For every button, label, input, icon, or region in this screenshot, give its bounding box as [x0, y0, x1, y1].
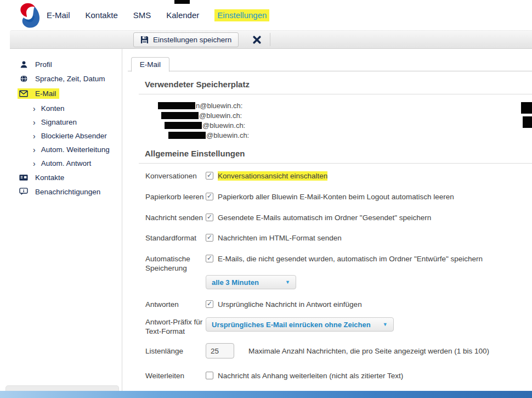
nav-kalender[interactable]: Kalender [166, 10, 199, 20]
checkbox[interactable] [206, 372, 213, 379]
checkbox-label[interactable]: Gesendete E-Mails automatisch im Ordner … [218, 213, 431, 222]
account-address: @bluewin.ch: [199, 111, 242, 120]
setting-label: Antwort-Präfix für Text-Format [145, 317, 206, 336]
dropdown-value: Ursprüngliches E-Mail einrücken ohne Zei… [212, 320, 371, 329]
storage-section-title: Verwendeter Speicherplatz [139, 80, 532, 89]
list-length-note: Maximale Anzahl Nachrichten, die pro Sei… [248, 346, 489, 356]
section-divider [139, 94, 532, 94]
list-length-input[interactable] [206, 343, 234, 358]
chevron-right-icon: › [33, 147, 36, 153]
nav-kontakte[interactable]: Kontakte [86, 10, 118, 20]
sidebar-item-signaturen[interactable]: › Signaturen [0, 115, 122, 129]
setting-label: Antworten [145, 300, 206, 309]
nav-sms[interactable]: SMS [133, 10, 151, 20]
account-address: @bluewin.ch: [202, 121, 245, 130]
sidebar-item-label: Blockierte Absender [41, 132, 107, 140]
setting-label: Weiterleiten [145, 371, 206, 380]
settings-content: E-Mail Verwendeter Speicherplatz n@bluew… [122, 48, 532, 398]
nav-einstellungen[interactable]: Einstellungen [214, 9, 269, 21]
checkbox[interactable] [206, 234, 213, 242]
autosave-interval-dropdown[interactable]: alle 3 Minuten ▼ [206, 275, 296, 289]
main-nav: E-Mail Kontakte SMS Kalender Einstellung… [47, 9, 269, 21]
section-divider [139, 163, 532, 164]
checkbox[interactable] [206, 300, 213, 308]
checkbox-label[interactable]: Nachricht als Anhang weiterleiten (nicht… [218, 371, 403, 380]
storage-account-row: @bluewin.ch: [142, 110, 532, 120]
chevron-down-icon: ▼ [285, 278, 290, 287]
close-button[interactable] [252, 35, 262, 44]
setting-row-nachricht-senden: Nachricht senden Gesendete E-Mails autom… [145, 213, 532, 222]
sidebar-item-label: Autom. Weiterleitung [41, 145, 110, 154]
redaction-box [523, 116, 532, 128]
save-settings-label: Einstellungen speichern [153, 36, 231, 44]
redaction-box [168, 132, 206, 139]
setting-row-weiterleiten: Weiterleiten Nachricht als Anhang weiter… [145, 371, 532, 380]
redaction-box [158, 102, 195, 109]
setting-row-standardformat: Standardformat Nachrichten im HTML-Forma… [145, 233, 532, 243]
speech-bubble-icon [19, 187, 29, 196]
bottom-blue-bar [0, 391, 532, 398]
sidebar-item-benachrichtigungen[interactable]: Benachrichtigungen [0, 184, 122, 199]
envelope-icon [19, 89, 29, 98]
dropdown-value: alle 3 Minuten [212, 278, 259, 287]
sidebar-item-profil[interactable]: Profil [0, 57, 122, 71]
checkbox[interactable] [206, 214, 213, 221]
setting-row-listenlaenge: Listenlänge Maximale Anzahl Nachrichten,… [145, 343, 532, 358]
chevron-right-icon: › [33, 105, 36, 112]
chevron-down-icon: ▼ [383, 320, 388, 329]
app-header: E-Mail Kontakte SMS Kalender Einstellung… [0, 0, 532, 30]
storage-account-row: @bluewin.ch: [142, 130, 532, 140]
contact-card-icon [19, 173, 29, 182]
checkbox-label[interactable]: Ursprüngliche Nachricht in Antwort einfü… [218, 300, 362, 309]
checkbox-label[interactable]: Konversationsansicht einschalten [218, 171, 327, 181]
settings-rows: Konversationen Konversationsansicht eins… [139, 171, 532, 380]
tab-email[interactable]: E-Mail [131, 57, 169, 72]
setting-row-antworten: Antworten Ursprüngliche Nachricht in Ant… [145, 300, 532, 309]
chevron-right-icon: › [33, 133, 36, 139]
setting-label: Konversationen [145, 171, 206, 181]
sidebar-item-label: Sprache, Zeit, Datum [35, 75, 105, 83]
setting-row-konversationen: Konversationen Konversationsansicht eins… [145, 171, 532, 181]
sidebar-item-email[interactable]: E-Mail [0, 86, 122, 102]
storage-account-row: @bluewin.ch: [142, 120, 532, 130]
checkbox-label[interactable]: Nachrichten im HTML-Format senden [218, 233, 342, 243]
setting-label: Automatische Speicherung [145, 254, 206, 289]
floppy-disk-icon [140, 36, 149, 44]
close-x-icon [252, 35, 262, 44]
sidebar-item-autom-antwort[interactable]: › Autom. Antwort [0, 156, 122, 170]
tab-bar: E-Mail [128, 57, 532, 71]
checkbox[interactable] [206, 193, 213, 200]
setting-row-papierkorb: Papierkorb leeren Papierkorb aller Bluew… [145, 192, 532, 201]
sidebar-item-label: Benachrichtigungen [35, 188, 100, 196]
reply-prefix-dropdown[interactable]: Ursprüngliches E-Mail einrücken ohne Zei… [206, 317, 394, 332]
nav-email[interactable]: E-Mail [47, 10, 70, 20]
checkbox[interactable] [206, 255, 213, 262]
checkbox-label[interactable]: E-Mails, die nicht gesendet wurden, auto… [218, 254, 483, 264]
sidebar-item-label: E-Mail [35, 89, 56, 98]
sidebar-item-label: Kontakte [35, 173, 64, 182]
setting-row-antwort-praefix: Antwort-Präfix für Text-Format Ursprüngl… [145, 317, 532, 336]
sidebar-item-konten[interactable]: › Konten [0, 102, 122, 115]
sidebar-item-sprache-zeit-datum[interactable]: Sprache, Zeit, Datum [0, 71, 122, 86]
redaction-box [165, 122, 202, 129]
checkbox-label[interactable]: Papierkorb aller Bluewin E-Mail-Konten b… [218, 192, 454, 201]
setting-label: Nachricht senden [145, 213, 206, 222]
main-area: Profil Sprache, Zeit, Datum E-Mail › Kon… [0, 48, 532, 398]
swisscom-logo-icon [15, 2, 43, 30]
settings-sidebar: Profil Sprache, Zeit, Datum E-Mail › Kon… [0, 48, 122, 398]
sidebar-item-blockierte-absender[interactable]: › Blockierte Absender [0, 129, 122, 143]
redaction-box [521, 102, 532, 114]
setting-label: Standardformat [145, 233, 206, 243]
sidebar-item-label: Autom. Antwort [41, 159, 92, 167]
sidebar-item-kontakte[interactable]: Kontakte [0, 170, 122, 184]
sidebar-item-autom-weiterleitung[interactable]: › Autom. Weiterleitung [0, 143, 122, 156]
setting-label: Listenlänge [145, 346, 206, 356]
general-settings-title: Allgemeine Einstellungen [139, 149, 532, 158]
setting-row-automatische-speicherung: Automatische Speicherung E-Mails, die ni… [145, 254, 532, 289]
save-settings-button[interactable]: Einstellungen speichern [133, 32, 239, 47]
sidebar-email-highlight: E-Mail [18, 88, 59, 99]
checkbox[interactable] [206, 172, 213, 180]
account-address: @bluewin.ch: [206, 131, 249, 139]
storage-account-row: n@bluewin.ch: [142, 100, 532, 110]
globe-icon [19, 74, 29, 83]
